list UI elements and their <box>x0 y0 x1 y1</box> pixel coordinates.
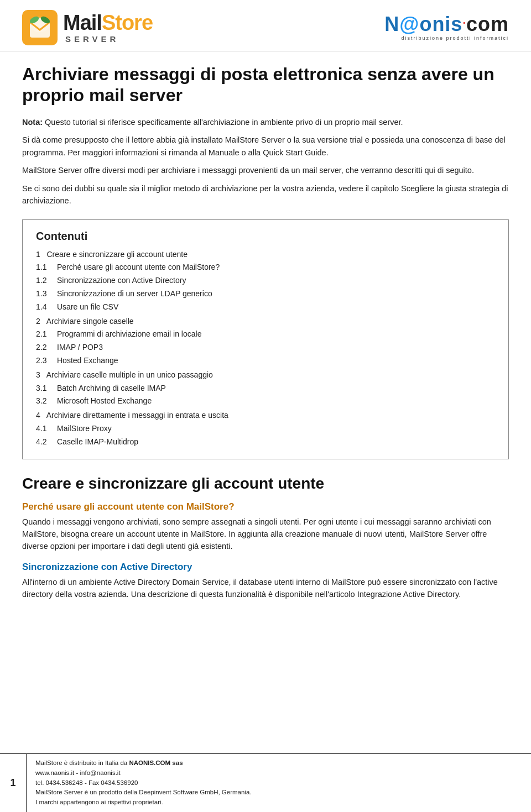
toc-item-2-3: 2.3Hosted Exchange <box>36 354 495 368</box>
toc-section-4: 4 Archiviare direttamente i messaggi in … <box>36 409 495 422</box>
toc-item-1-1: 1.1Perché usare gli account utente con M… <box>36 261 495 274</box>
footer-company: NAONIS.COM sas <box>129 759 183 766</box>
toc-item-1-2: 1.2Sincronizzazione con Active Directory <box>36 274 495 287</box>
naonis-logo-area: N@onis.com distribuzione prodotti inform… <box>384 14 509 41</box>
footer-line2: www.naonis.it - info@naonis.it <box>35 768 252 778</box>
toc-section-3: 3 Archiviare caselle multiple in un unic… <box>36 369 495 382</box>
naonis-wordmark: N@onis.com <box>384 14 509 34</box>
toc-item-1-3: 1.3Sincronizzazione di un server LDAP ge… <box>36 287 495 301</box>
intro-para4: Se ci sono dei dubbi su quale sia il mig… <box>22 182 509 207</box>
toc-item-3-1: 3.1Batch Archiving di caselle IMAP <box>36 382 495 395</box>
footer-line4: MailStore Server è un prodotto della Dee… <box>35 788 252 798</box>
mailstore-icon <box>22 10 58 45</box>
main-content: Archiviare messaggi di posta elettronica… <box>0 64 531 601</box>
intro-nota: Nota: Questo tutorial si riferisce speci… <box>22 116 509 128</box>
toc-item-4-1: 4.1MailStore Proxy <box>36 422 495 436</box>
mailstore-logo: MailStore SERVER <box>22 10 153 45</box>
footer-info: MailStore è distribuito in Italia da NAO… <box>27 754 261 812</box>
server-label: SERVER <box>65 34 119 44</box>
page-number: 1 <box>0 754 27 812</box>
toc-section-1: 1 Creare e sincronizzare gli account ute… <box>36 248 495 261</box>
subsection1-1-text: Quando i messaggi vengono archiviati, so… <box>22 516 509 553</box>
subsection1-2-title: Sincronizzazione con Active Directory <box>22 562 509 573</box>
page-title: Archiviare messaggi di posta elettronica… <box>22 64 509 106</box>
toc-item-4-2: 4.2Caselle IMAP-Multidrop <box>36 436 495 449</box>
footer-line5: I marchi appartengono ai rispettivi prop… <box>35 798 252 808</box>
page-footer: 1 MailStore è distribuito in Italia da N… <box>0 753 531 812</box>
table-of-contents: Contenuti 1 Creare e sincronizzare gli a… <box>22 219 509 459</box>
page: MailStore SERVER N@onis.com distribuzion… <box>0 0 531 812</box>
section1-title: Creare e sincronizzare gli account utent… <box>22 475 509 493</box>
header: MailStore SERVER N@onis.com distribuzion… <box>0 0 531 51</box>
subsection1-1-title: Perché usare gli account utente con Mail… <box>22 501 509 512</box>
toc-item-1-4: 1.4Usare un file CSV <box>36 301 495 314</box>
intro-para2: Si dà come presupposto che il lettore ab… <box>22 134 509 159</box>
nota-label: Nota: <box>22 118 43 127</box>
footer-line3: tel. 0434.536248 - Fax 0434.536920 <box>35 778 252 788</box>
mailstore-wordmark: MailStore SERVER <box>63 12 153 44</box>
naonis-tagline: distribuzione prodotti informatici <box>401 35 509 41</box>
footer-line1: MailStore è distribuito in Italia da NAO… <box>35 758 252 768</box>
toc-list: 1 Creare e sincronizzare gli account ute… <box>36 248 495 449</box>
subsection1-2-text: All'interno di un ambiente Active Direct… <box>22 576 509 601</box>
intro-para3: MailStore Server offre diversi modi per … <box>22 164 509 176</box>
nota-text: Questo tutorial si riferisce specificame… <box>43 118 403 127</box>
toc-title: Contenuti <box>36 230 495 243</box>
toc-item-2-2: 2.2IMAP / POP3 <box>36 341 495 354</box>
toc-item-2-1: 2.1Programmi di archiviazione email in l… <box>36 328 495 341</box>
toc-section-2: 2 Archiviare singole caselle <box>36 315 495 328</box>
mailstore-name: MailStore <box>63 12 153 33</box>
toc-item-3-2: 3.2Microsoft Hosted Exchange <box>36 395 495 408</box>
